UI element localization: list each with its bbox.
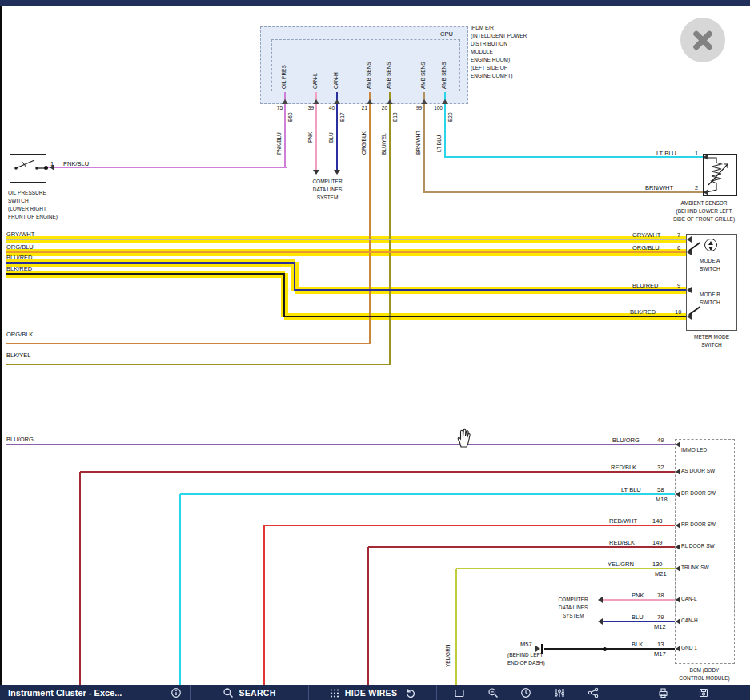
text-line: ENGINE COMPT) [471,72,527,80]
wire-label: 79 [657,614,664,621]
text-line: DISTRIBUTION [471,40,527,48]
wire-label: YEL/GRN [446,644,451,667]
connector-code: E17 [340,112,346,122]
wire-blk-red[interactable] [283,273,285,317]
junction-dot [603,647,607,651]
arrow-marker [676,441,680,448]
save-icon [698,687,709,698]
wire-label: BLU/YEL [382,133,387,155]
history-button[interactable] [520,687,531,698]
arrow-marker [676,565,680,572]
wire-label: ORG/BLK [362,131,367,155]
print-button[interactable] [657,687,669,698]
wire-red-wht[interactable] [263,525,265,686]
oil-pressure-switch-box[interactable] [10,154,46,183]
selection-box-button[interactable] [454,687,465,698]
wire-red-blk-as[interactable] [80,471,675,473]
wire-red-blk-rl[interactable] [367,547,369,686]
info-button[interactable] [170,687,182,698]
zoom-out-button[interactable] [487,687,499,698]
wire-lt-blu-dr[interactable] [180,493,675,495]
wiring-diagram-viewer[interactable]: 1PNK/BLUPNK/BLUPNKBLUORG/BLKORG/BLKBLK/Y… [0,0,750,700]
undo-icon [405,687,416,698]
undo-button[interactable] [405,687,416,698]
wire-blu-top[interactable] [336,92,338,172]
wire-blu-bot[interactable] [602,621,675,622]
ipdm-description: IPDM E/R(INTELLIGENT POWERDISTRIBUTIONMO… [471,24,527,80]
wire-label: GRY/WHT [632,232,660,239]
save-button[interactable] [698,687,709,698]
wire-label: 1 [695,151,698,157]
up-arrow-icon [708,241,713,245]
text-line: END OF DASH) [507,659,545,667]
wire-yel-grn[interactable] [456,568,675,569]
wire-label: 78 [657,593,664,599]
wire-org-blu[interactable] [6,251,686,253]
text-line: SWITCH [700,265,720,273]
connector-chevron [282,99,288,104]
text-line: CONTROL MODULE) [671,674,738,682]
text-line: MODE A [700,257,720,265]
wire-blk-red[interactable] [284,316,686,317]
wire-blk-gnd[interactable] [544,648,675,650]
wire-org-blk[interactable] [369,92,371,344]
wire-label: 7 [677,232,680,239]
wire-blu-red[interactable] [6,262,295,264]
share-button[interactable] [588,687,599,698]
wire-blk-red[interactable] [6,273,285,275]
thermistor-icon [704,155,736,195]
arrow-marker [676,618,680,625]
wire-blu-org[interactable] [6,444,675,445]
wire-gry-wht[interactable] [6,239,686,240]
window-top-strip [0,0,750,6]
wire-org-blk[interactable] [6,343,371,344]
text-line: FRONT OF ENGINE) [8,213,58,221]
hide-wires-button[interactable]: HIDE WIRES [329,687,397,698]
adjustments-sliders-icon [554,687,565,698]
arrow-marker [676,522,680,529]
wire-brn-wht[interactable] [423,191,703,193]
wire-red-blk-rl[interactable] [368,546,675,548]
search-button[interactable]: SEARCH [223,687,275,698]
wire-blk-yel[interactable] [389,92,391,365]
connector-chevron [313,99,319,104]
wire-pnk-bot[interactable] [602,599,675,601]
ipdm-pin-name: AMB SENS [367,62,372,89]
bcm-pin-label: AS DOOR SW [681,469,715,474]
wire-label: BLU [632,614,644,621]
bcm-pin-label: DR DOOR SW [681,491,716,497]
wire-label: BLU [329,132,335,143]
wire-red-blk-as[interactable] [79,472,81,686]
wire-blk-yel[interactable] [6,364,391,365]
arrow-marker [704,154,708,160]
wire-label: BLU/ORG [612,437,640,444]
wire-blu-red[interactable] [295,289,686,291]
pin-number: 99 [411,106,422,111]
adjustments-button[interactable] [554,687,565,698]
wire-label: M18 [656,497,668,503]
wire-label: M12 [654,624,666,630]
ipdm-pin-name: CAN-H [334,72,339,89]
arrow-marker [313,170,319,175]
close-button[interactable] [680,18,725,62]
wire-label: BLK/RED [630,309,656,316]
wire-red-wht[interactable] [264,525,675,526]
wire-label: PNK/BLU [63,161,89,167]
text-line: BCM (BODY [671,666,738,674]
computer-data-lines-bottom: COMPUTERDATA LINESSYSTEM [549,596,597,620]
text-line: DATA LINES [549,604,597,612]
junction-dot [44,166,48,170]
wire-brn-wht[interactable] [423,92,425,193]
wire-label: 9 [677,283,680,289]
wire-yel-grn[interactable] [455,569,457,686]
wire-label: LT BLU [621,487,641,493]
selection-box-icon [454,687,465,698]
wire-pnk-top[interactable] [315,92,317,172]
text-line: (BEHIND LEFT [507,651,545,659]
wire-label: 2 [695,185,698,191]
wire-label: ORG/BLK [6,332,33,338]
wire-label: GRY/WHT [6,231,34,238]
wire-blu-red[interactable] [294,262,295,291]
wire-lt-blu-dr[interactable] [179,494,181,686]
wire-label: M21 [655,571,667,577]
